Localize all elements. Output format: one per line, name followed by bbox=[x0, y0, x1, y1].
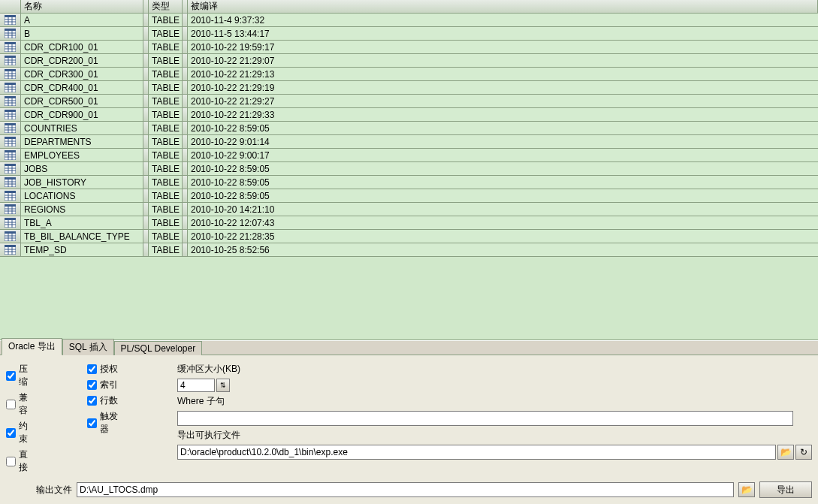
exe-input[interactable] bbox=[177, 445, 776, 460]
row-date: 2010-10-22 8:59:05 bbox=[188, 176, 818, 189]
table-row[interactable]: TB_BIL_BALANCE_TYPE TABLE 2010-10-22 21:… bbox=[0, 230, 818, 243]
table-row[interactable]: CDR_CDR100_01 TABLE 2010-10-22 19:59:17 bbox=[0, 41, 818, 54]
checkbox-label: 索引 bbox=[100, 379, 118, 391]
svg-rect-91 bbox=[5, 218, 16, 220]
svg-rect-73 bbox=[5, 177, 16, 180]
table-row[interactable]: A TABLE 2010-11-4 9:37:32 bbox=[0, 14, 818, 27]
row-type: TABLE bbox=[149, 162, 183, 175]
row-name: EMPLOYEES bbox=[21, 149, 143, 161]
checkbox-索引[interactable]: 索引 bbox=[87, 379, 125, 391]
checkbox-input[interactable] bbox=[87, 396, 97, 406]
row-drag-2 bbox=[183, 135, 188, 148]
table-row[interactable]: JOBS TABLE 2010-10-22 8:59:05 bbox=[0, 162, 818, 176]
table-row[interactable]: B TABLE 2010-11-5 13:44:17 bbox=[0, 27, 818, 41]
exe-refresh-button[interactable]: ↻ bbox=[795, 445, 812, 460]
row-type: TABLE bbox=[149, 149, 183, 161]
checkbox-授权[interactable]: 授权 bbox=[87, 363, 125, 376]
output-input[interactable] bbox=[77, 482, 734, 497]
buffer-spinner[interactable]: ⇅ bbox=[216, 379, 230, 392]
header-drag-2[interactable] bbox=[183, 0, 188, 13]
checkbox-input[interactable] bbox=[87, 380, 97, 390]
row-drag-1 bbox=[143, 243, 149, 256]
table-row[interactable]: CDR_CDR500_01 TABLE 2010-10-22 21:29:27 bbox=[0, 95, 818, 108]
checkbox-input[interactable] bbox=[87, 418, 97, 428]
svg-rect-97 bbox=[5, 231, 16, 234]
svg-rect-49 bbox=[5, 123, 16, 125]
table-row[interactable]: JOB_HISTORY TABLE 2010-10-22 8:59:05 bbox=[0, 176, 818, 189]
checkbox-input[interactable] bbox=[87, 364, 97, 374]
row-drag-2 bbox=[183, 189, 188, 202]
table-row[interactable]: TEMP_SD TABLE 2010-10-25 8:52:56 bbox=[0, 243, 818, 257]
table-row[interactable]: CDR_CDR400_01 TABLE 2010-10-22 21:29:19 bbox=[0, 81, 818, 95]
where-input[interactable] bbox=[177, 411, 793, 426]
checkbox-input[interactable] bbox=[6, 457, 16, 466]
row-date: 2010-10-22 21:29:07 bbox=[188, 54, 818, 67]
output-browse-button[interactable]: 📂 bbox=[738, 482, 755, 497]
row-date: 2010-10-22 21:29:33 bbox=[188, 108, 818, 121]
row-name: CDR_CDR200_01 bbox=[21, 54, 143, 67]
row-type: TABLE bbox=[149, 27, 183, 40]
table-icon bbox=[0, 176, 21, 189]
row-name: JOB_HISTORY bbox=[21, 176, 143, 189]
row-drag-2 bbox=[183, 149, 188, 161]
checkbox-label: 直接 bbox=[19, 448, 35, 474]
output-row: 输出文件 📂 导出 bbox=[6, 481, 812, 498]
header-drag-1[interactable] bbox=[143, 0, 149, 13]
checkbox-直接[interactable]: 直接 bbox=[6, 448, 35, 474]
table-row[interactable]: DEPARTMENTS TABLE 2010-10-22 9:01:14 bbox=[0, 135, 818, 149]
header-type[interactable]: 类型 bbox=[149, 0, 183, 13]
row-name: CDR_CDR400_01 bbox=[21, 81, 143, 94]
row-date: 2010-10-25 8:52:56 bbox=[188, 243, 818, 256]
checkbox-行数[interactable]: 行数 bbox=[87, 394, 125, 407]
checkbox-触发器[interactable]: 触发器 bbox=[87, 410, 125, 436]
table-row[interactable]: COUNTRIES TABLE 2010-10-22 8:59:05 bbox=[0, 122, 818, 135]
svg-rect-25 bbox=[5, 69, 16, 71]
checkbox-兼容[interactable]: 兼容 bbox=[6, 391, 35, 417]
table-row[interactable]: EMPLOYEES TABLE 2010-10-22 9:00:17 bbox=[0, 149, 818, 162]
buffer-input[interactable] bbox=[177, 379, 215, 392]
checkbox-约束[interactable]: 约束 bbox=[6, 420, 35, 445]
row-date: 2010-10-22 12:07:43 bbox=[188, 216, 818, 229]
field-stack: 缓冲区大小(KB) ⇅ Where 子句 导出可执行文件 📂 ↻ bbox=[177, 363, 812, 460]
table-icon bbox=[0, 122, 21, 134]
row-drag-1 bbox=[143, 81, 149, 94]
checkbox-input[interactable] bbox=[6, 428, 16, 438]
checkbox-input[interactable] bbox=[6, 371, 16, 381]
header-compiled[interactable]: 被编译 bbox=[188, 0, 818, 13]
row-drag-2 bbox=[183, 176, 188, 189]
exe-browse-button[interactable]: 📂 bbox=[777, 445, 794, 460]
row-name: LOCATIONS bbox=[21, 189, 143, 202]
table-row[interactable]: TBL_A TABLE 2010-10-22 12:07:43 bbox=[0, 216, 818, 230]
row-date: 2010-10-22 9:01:14 bbox=[188, 135, 818, 148]
table-row[interactable]: REGIONS TABLE 2010-10-20 14:21:10 bbox=[0, 203, 818, 216]
table-row[interactable]: CDR_CDR300_01 TABLE 2010-10-22 21:29:13 bbox=[0, 68, 818, 81]
export-button[interactable]: 导出 bbox=[759, 481, 812, 498]
checkbox-压缩[interactable]: 压缩 bbox=[6, 363, 35, 388]
table-icon bbox=[0, 162, 21, 175]
row-type: TABLE bbox=[149, 68, 183, 80]
row-drag-1 bbox=[143, 14, 149, 26]
table-icon bbox=[0, 149, 21, 161]
exe-row: 📂 ↻ bbox=[177, 445, 812, 460]
table-icon bbox=[0, 203, 21, 216]
checkbox-input[interactable] bbox=[6, 400, 16, 409]
svg-rect-79 bbox=[5, 191, 16, 193]
tab-pl/sql-developer[interactable]: PL/SQL Developer bbox=[114, 341, 203, 355]
row-drag-1 bbox=[143, 216, 149, 229]
export-panel: 压缩兼容约束直接 授权索引行数触发器 缓冲区大小(KB) ⇅ Where 子句 … bbox=[0, 355, 818, 504]
checkbox-label: 行数 bbox=[100, 394, 118, 407]
table-icon bbox=[0, 243, 21, 256]
table-row[interactable]: CDR_CDR900_01 TABLE 2010-10-22 21:29:33 bbox=[0, 108, 818, 122]
table-row[interactable]: CDR_CDR200_01 TABLE 2010-10-22 21:29:07 bbox=[0, 54, 818, 68]
row-name: CDR_CDR500_01 bbox=[21, 95, 143, 107]
row-name: TBL_A bbox=[21, 216, 143, 229]
table-row[interactable]: LOCATIONS TABLE 2010-10-22 8:59:05 bbox=[0, 189, 818, 203]
header-name[interactable]: 名称 bbox=[21, 0, 143, 13]
row-drag-1 bbox=[143, 122, 149, 134]
row-date: 2010-10-22 9:00:17 bbox=[188, 149, 818, 161]
tab-sql-插入[interactable]: SQL 插入 bbox=[62, 339, 114, 355]
row-drag-2 bbox=[183, 54, 188, 67]
tab-oracle-导出[interactable]: Oracle 导出 bbox=[2, 338, 62, 355]
row-drag-2 bbox=[183, 122, 188, 134]
svg-rect-19 bbox=[5, 56, 16, 58]
